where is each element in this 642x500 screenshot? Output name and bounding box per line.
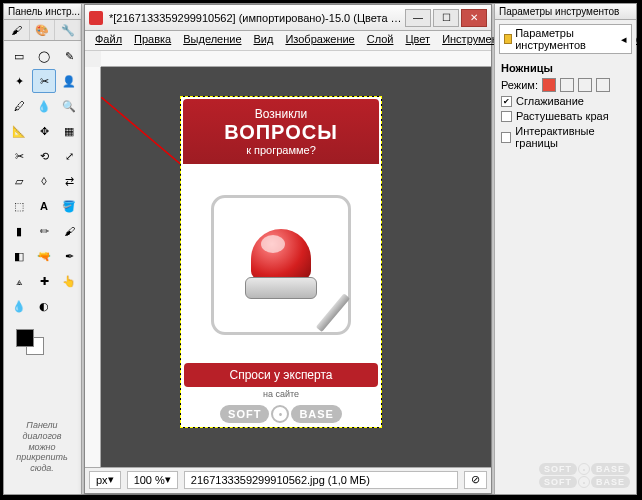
siren-frame	[211, 195, 351, 335]
tool-text[interactable]: A	[32, 194, 56, 218]
status-unit[interactable]: px ▾	[89, 471, 121, 489]
tool-blend[interactable]: ▮	[7, 219, 31, 243]
toolbox-tab-2[interactable]: 🎨	[30, 20, 56, 40]
window-title: *[2167133359299910562] (импортировано)-1…	[109, 12, 405, 24]
siren-icon	[251, 229, 311, 279]
tool-options-panel: Параметры инструментов Параметры инструм…	[494, 4, 636, 494]
chk-antialias[interactable]: ✔	[501, 96, 512, 107]
tool-foreground[interactable]: 👤	[57, 69, 81, 93]
tool-flip[interactable]: ⇄	[57, 169, 81, 193]
tool-rect-select[interactable]: ▭	[7, 44, 31, 68]
mode-intersect[interactable]	[596, 78, 610, 92]
menu-view[interactable]: Вид	[248, 31, 280, 50]
tool-crop[interactable]: ✂	[7, 144, 31, 168]
titlebar[interactable]: *[2167133359299910562] (импортировано)-1…	[85, 5, 491, 31]
tool-fuzzy-select[interactable]: ✦	[7, 69, 31, 93]
mode-add[interactable]	[560, 78, 574, 92]
tool-eraser[interactable]: ◧	[7, 244, 31, 268]
tool-blur[interactable]: 💧	[7, 294, 31, 318]
tool-perspective[interactable]: ◊	[32, 169, 56, 193]
tool-dodge[interactable]: ◐	[32, 294, 56, 318]
status-zoom[interactable]: 100 % ▾	[127, 471, 178, 489]
tool-rotate[interactable]: ⟲	[32, 144, 56, 168]
mode-row: Режим:	[501, 78, 630, 92]
dock-title: Параметры инструментов	[495, 4, 636, 20]
tool-scale[interactable]: ⤢	[57, 144, 81, 168]
mode-replace[interactable]	[542, 78, 556, 92]
toolbox-panel: Панель инстр... 🖌 🎨 🔧 ▭ ◯ ✎ ✦ ✂ 👤 🖊 💧 🔍 …	[4, 4, 82, 494]
menubar: Файл Правка Выделение Вид Изображение Сл…	[85, 31, 491, 51]
menu-edit[interactable]: Правка	[128, 31, 177, 50]
tool-shear[interactable]: ▱	[7, 169, 31, 193]
status-file: 2167133359299910562.jpg (1,0 МБ)	[184, 471, 458, 489]
chk-feather[interactable]	[501, 111, 512, 122]
toolbox-tabs: 🖌 🎨 🔧	[4, 20, 81, 41]
canvas-viewport[interactable]: Возникли ВОПРОСЫ к программе?	[101, 67, 491, 467]
close-button[interactable]: ✕	[461, 9, 487, 27]
tool-measure[interactable]: 📐	[7, 119, 31, 143]
poster-image: Возникли ВОПРОСЫ к программе?	[181, 97, 381, 427]
tool-free-select[interactable]: ✎	[57, 44, 81, 68]
tool-airbrush[interactable]: 🔫	[32, 244, 56, 268]
minimize-button[interactable]: —	[405, 9, 431, 27]
tool-pencil[interactable]: ✏	[32, 219, 56, 243]
poster-logo: SOFT • BASE	[181, 401, 381, 427]
tool-options-icon	[504, 34, 512, 44]
status-cancel[interactable]: ⊘	[464, 471, 487, 489]
mode-subtract[interactable]	[578, 78, 592, 92]
menu-file[interactable]: Файл	[89, 31, 128, 50]
chk-interactive[interactable]	[501, 132, 511, 143]
menu-layer[interactable]: Слой	[361, 31, 400, 50]
poster-site: на сайте	[181, 387, 381, 401]
poster-line1: Возникли	[191, 107, 371, 121]
menu-image[interactable]: Изображение	[279, 31, 360, 50]
tool-color-picker[interactable]: 💧	[32, 94, 56, 118]
ruler-horizontal[interactable]	[101, 51, 491, 67]
poster-line3: к программе?	[191, 144, 371, 156]
menu-select[interactable]: Выделение	[177, 31, 247, 50]
toolbox-title: Панель инстр...	[4, 4, 81, 20]
toolbox-tab-3[interactable]: 🔧	[55, 20, 81, 40]
tool-clone[interactable]: ⟁	[7, 269, 31, 293]
tool-ellipse-select[interactable]: ◯	[32, 44, 56, 68]
tool-move[interactable]: ✥	[32, 119, 56, 143]
tool-zoom[interactable]: 🔍	[57, 94, 81, 118]
foreground-swatch[interactable]	[16, 329, 34, 347]
app-icon	[89, 11, 103, 25]
tool-scissors[interactable]: ✂	[32, 69, 56, 93]
tool-name: Ножницы	[501, 62, 630, 74]
color-swatches[interactable]	[8, 329, 77, 359]
tool-heal[interactable]: ✚	[32, 269, 56, 293]
toolbox-tab-1[interactable]: 🖌	[4, 20, 30, 40]
menu-colors[interactable]: Цвет	[399, 31, 436, 50]
tool-align[interactable]: ▦	[57, 119, 81, 143]
dock-tab[interactable]: Параметры инструментов ◂	[499, 24, 632, 54]
poster-ask: Спроси у эксперта	[184, 363, 378, 387]
tool-paintbrush[interactable]: 🖌	[57, 219, 81, 243]
image-window: *[2167133359299910562] (импортировано)-1…	[84, 4, 492, 494]
tool-cage[interactable]: ⬚	[7, 194, 31, 218]
tool-grid: ▭ ◯ ✎ ✦ ✂ 👤 🖊 💧 🔍 📐 ✥ ▦ ✂ ⟲ ⤢ ▱ ◊ ⇄ ⬚ A …	[4, 41, 81, 321]
canvas[interactable]: Возникли ВОПРОСЫ к программе?	[181, 97, 381, 427]
dock-hint: Панели диалогов можно прикрепить сюда.	[8, 420, 76, 474]
maximize-button[interactable]: ☐	[433, 9, 459, 27]
tool-bucket[interactable]: 🪣	[57, 194, 81, 218]
poster-line2: ВОПРОСЫ	[191, 121, 371, 144]
tool-smudge[interactable]: 👆	[57, 269, 81, 293]
statusbar: px ▾ 100 % ▾ 2167133359299910562.jpg (1,…	[85, 467, 491, 491]
ruler-vertical[interactable]	[85, 67, 101, 467]
tool-ink[interactable]: ✒	[57, 244, 81, 268]
tool-paths[interactable]: 🖊	[7, 94, 31, 118]
